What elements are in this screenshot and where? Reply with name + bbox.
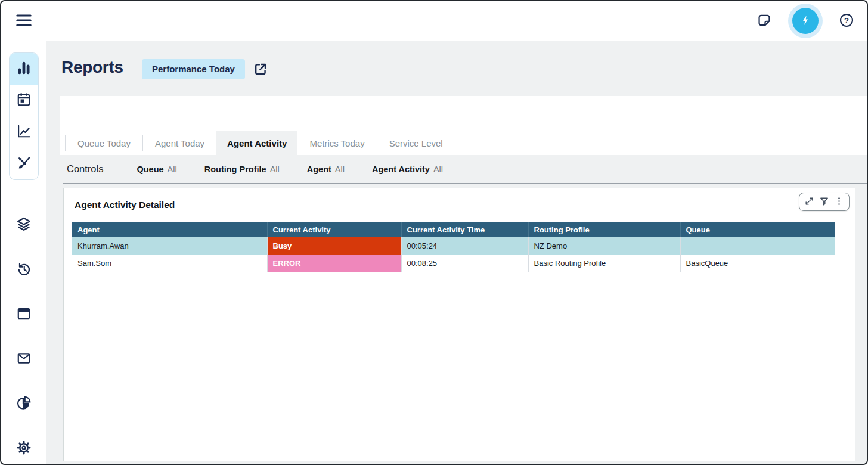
topbar: ? — [1, 1, 867, 41]
agent-activity-table: Agent Current Activity Current Activity … — [72, 222, 835, 272]
external-link-icon — [253, 61, 268, 79]
lightning-icon — [799, 14, 812, 29]
filter-routing-profile-label: Routing Profile — [204, 165, 266, 174]
filter-queue-label: Queue — [137, 165, 163, 174]
report-badge: Performance Today — [142, 59, 245, 79]
table-row: Khurram.Awan Busy 00:05:24 NZ Demo — [72, 237, 835, 255]
svg-text:?: ? — [844, 16, 849, 24]
filter-queue[interactable]: Queue All — [137, 165, 176, 174]
design-icon — [16, 155, 32, 172]
column-header-current-activity-time: Current Activity Time — [401, 222, 528, 237]
cell-current-activity: ERROR — [267, 255, 401, 272]
cell-agent: Khurram.Awan — [72, 237, 267, 255]
tab-queue-today[interactable]: Queue Today — [66, 132, 142, 155]
topbar-actions: ? — [757, 1, 854, 41]
tab-service-level[interactable]: Service Level — [377, 132, 455, 155]
cell-routing-profile: NZ Demo — [528, 237, 680, 255]
filter-routing-profile-value: All — [270, 165, 280, 174]
tab-divider — [455, 135, 455, 151]
controls-label: Controls — [67, 163, 103, 175]
cell-current-activity-time: 00:08:25 — [401, 255, 528, 272]
sidebar-item-schedule[interactable] — [10, 85, 38, 116]
menu-button[interactable] — [14, 11, 34, 30]
sidebar-item-mail[interactable] — [15, 351, 33, 367]
filter-agent-label: Agent — [307, 165, 331, 174]
card-toolbar — [799, 193, 850, 211]
filter-agent-activity-label: Agent Activity — [372, 165, 430, 174]
filter-agent-activity-value: All — [433, 165, 443, 174]
expand-icon — [804, 196, 814, 208]
sidebar-item-design[interactable] — [10, 148, 38, 179]
sidebar-item-settings[interactable] — [15, 441, 33, 456]
filter-button[interactable] — [817, 194, 832, 210]
sidebar-item-window[interactable] — [15, 306, 33, 322]
table-row: Sam.Som ERROR 00:08:25 Basic Routing Pro… — [72, 255, 835, 272]
note-button[interactable] — [757, 13, 772, 30]
cell-routing-profile: Basic Routing Profile — [528, 255, 680, 272]
tab-agent-activity[interactable]: Agent Activity — [216, 131, 297, 155]
cell-current-activity-time: 00:05:24 — [401, 237, 528, 255]
sidebar-item-history[interactable] — [15, 262, 33, 277]
report-card: Agent Activity Detailed — [63, 188, 855, 461]
controls-bar: Controls Queue All Routing Profile All A… — [46, 155, 867, 183]
kebab-icon — [834, 196, 844, 208]
sidebar-nav-group — [9, 52, 39, 180]
sidebar-item-reports[interactable] — [10, 53, 38, 85]
layers-icon — [16, 216, 32, 234]
filter-agent[interactable]: Agent All — [307, 165, 345, 174]
filter-agent-value: All — [335, 165, 345, 174]
cell-queue: BasicQueue — [680, 255, 835, 272]
table-body: Khurram.Awan Busy 00:05:24 NZ Demo Sam.S… — [72, 237, 835, 272]
more-button[interactable] — [832, 194, 847, 210]
gear-icon — [16, 440, 32, 457]
flash-button[interactable] — [792, 8, 819, 34]
mail-icon — [16, 351, 32, 368]
column-header-agent: Agent — [72, 222, 267, 237]
sidebar-item-layers[interactable] — [15, 217, 33, 232]
controls-divider — [63, 183, 867, 184]
filter-agent-activity[interactable]: Agent Activity All — [372, 165, 443, 174]
pie-chart-icon — [16, 395, 32, 413]
column-header-routing-profile: Routing Profile — [528, 222, 680, 237]
tab-agent-today[interactable]: Agent Today — [143, 132, 216, 155]
cell-current-activity: Busy — [267, 237, 401, 255]
tabs-panel: Queue Today Agent Today Agent Activity M… — [60, 96, 867, 155]
tab-strip: Queue Today Agent Today Agent Activity M… — [65, 131, 455, 155]
cell-agent: Sam.Som — [72, 255, 267, 272]
flash-button-halo — [788, 4, 823, 38]
sidebar — [1, 41, 46, 464]
report-title: Agent Activity Detailed — [75, 200, 175, 210]
help-icon: ? — [839, 13, 854, 30]
hamburger-icon — [14, 22, 33, 31]
table-container: Agent Current Activity Current Activity … — [72, 222, 835, 272]
page-title: Reports — [61, 58, 123, 77]
sidebar-item-pie[interactable] — [15, 396, 33, 411]
tab-metrics-today[interactable]: Metrics Today — [297, 132, 376, 155]
filter-routing-profile[interactable]: Routing Profile All — [204, 165, 280, 174]
table-header-row: Agent Current Activity Current Activity … — [72, 222, 835, 237]
sidebar-item-metrics[interactable] — [10, 116, 38, 148]
main-content: Reports Performance Today Queue Today Ag… — [46, 41, 867, 464]
column-header-current-activity: Current Activity — [267, 222, 401, 237]
note-icon — [757, 13, 772, 30]
history-icon — [16, 261, 32, 278]
open-external-button[interactable] — [253, 62, 268, 78]
line-chart-icon — [16, 123, 32, 141]
filter-icon — [819, 196, 829, 208]
expand-button[interactable] — [802, 194, 817, 210]
calendar-icon — [16, 92, 32, 109]
sidebar-nav-list — [1, 217, 46, 456]
filter-queue-value: All — [168, 165, 177, 174]
window-icon — [16, 306, 32, 323]
bar-chart-icon — [16, 60, 32, 78]
help-button[interactable]: ? — [839, 13, 854, 30]
cell-queue — [680, 237, 835, 255]
app-window: ? — [0, 0, 868, 465]
column-header-queue: Queue — [680, 222, 835, 237]
